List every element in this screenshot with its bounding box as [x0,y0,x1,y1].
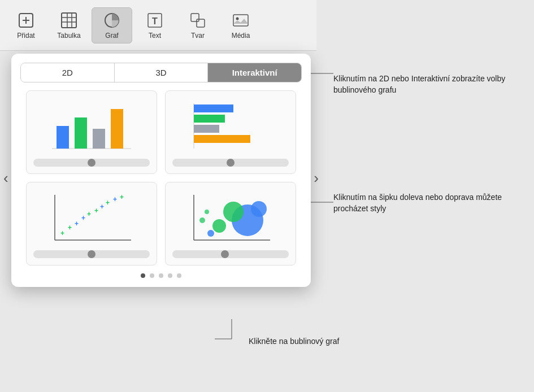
scatter-chart: + + + + + + + + + + [46,189,137,246]
svg-text:+: + [113,195,117,203]
svg-point-45 [205,210,209,214]
tab-2d[interactable]: 2D [21,63,115,82]
svg-point-42 [251,201,267,217]
bubble-chart [185,189,276,246]
svg-text:+: + [120,193,124,201]
svg-point-14 [236,17,239,20]
chart-slider-knob-2 [227,159,235,167]
chart-type-tabs: 2D 3D Interaktivní [20,63,302,82]
chart-slider-knob [88,159,95,167]
chart-picker-popup: 2D 3D Interaktivní ‹ › [11,54,311,287]
chart-slider-bubble[interactable] [172,250,289,258]
annotation-right: › Kliknutím na šipku doleva nebo doprava… [333,192,534,214]
tab-interaktivni[interactable]: Interaktivní [208,63,301,82]
toolbar-label-media: Média [232,32,250,40]
svg-text:+: + [87,210,91,218]
toolbar: Přidat Tabulka Graf T Text [0,0,316,51]
page-dot-5[interactable] [177,273,181,278]
svg-rect-17 [75,117,87,149]
chart-item-bar-vertical[interactable] [26,90,157,174]
bar-horizontal-chart [185,98,276,154]
toolbar-label-tabulka: Tabulka [57,32,80,40]
chart-slider-bar-vertical[interactable] [33,159,150,167]
svg-point-40 [223,202,244,222]
media-icon [232,11,250,29]
svg-rect-16 [57,126,69,149]
chart-slider-scatter[interactable] [33,250,150,258]
chart-icon [103,11,121,29]
toolbar-btn-tvar[interactable]: Tvar [177,8,218,43]
annotation-top-text: Kliknutím na 2D nebo Interaktivní zobraz… [333,74,505,94]
plus-square-icon [17,11,35,29]
chart-item-bar-horizontal[interactable] [165,90,296,174]
svg-rect-19 [111,109,123,149]
nav-right-arrow[interactable]: › [314,169,319,187]
svg-text:T: T [152,16,158,26]
svg-text:+: + [81,214,85,222]
page-dot-3[interactable] [159,273,163,278]
svg-rect-13 [233,15,248,26]
toolbar-label-text: Text [149,32,161,40]
chart-slider-knob-4 [221,250,229,258]
svg-rect-23 [194,125,219,133]
chart-item-scatter[interactable]: + + + + + + + + + + [26,182,157,265]
page-dots [20,273,302,278]
annotation-top: Kliknutím na 2D nebo Interaktivní zobraz… [333,73,534,95]
page-dot-2[interactable] [150,273,154,278]
svg-text:+: + [60,229,64,237]
svg-rect-21 [194,104,233,112]
annotation-bottom-line [215,319,271,342]
toolbar-btn-text[interactable]: T Text [134,8,175,43]
svg-rect-3 [62,13,76,28]
annotation-right-text: Kliknutím na šipku doleva nebo doprava m… [333,193,502,213]
page-dot-4[interactable] [168,273,172,278]
text-icon: T [146,11,164,29]
svg-rect-22 [194,115,225,123]
svg-text:+: + [68,224,72,232]
table-icon [60,11,78,29]
svg-rect-12 [197,19,205,27]
bar-vertical-chart [46,98,137,154]
svg-rect-24 [194,135,250,143]
charts-grid: ‹ › [20,90,302,265]
svg-text:+: + [75,220,79,228]
tab-3d[interactable]: 3D [115,63,209,82]
toolbar-label-pridat: Přidat [17,32,34,40]
svg-rect-11 [191,14,199,21]
chart-item-bubble[interactable] [165,182,296,265]
svg-text:+: + [106,199,110,207]
svg-rect-18 [93,129,105,149]
svg-point-41 [212,219,226,233]
page-dot-1[interactable] [141,273,145,278]
svg-point-44 [199,217,205,223]
toolbar-btn-media[interactable]: Média [220,8,261,43]
chart-slider-bar-horizontal[interactable] [172,159,289,167]
toolbar-btn-tabulka[interactable]: Tabulka [49,8,89,43]
toolbar-label-graf: Graf [105,32,118,40]
svg-text:+: + [100,203,104,211]
svg-text:+: + [94,207,98,215]
toolbar-label-tvar: Tvar [191,32,205,40]
toolbar-btn-graf[interactable]: Graf [92,7,132,43]
shape-icon [189,11,207,29]
chart-slider-knob-3 [88,250,95,258]
annotation-bottom: Klikněte na bublinový graf [249,336,339,347]
svg-point-43 [207,230,214,237]
toolbar-btn-pridat[interactable]: Přidat [6,8,46,43]
nav-left-arrow[interactable]: ‹ [3,169,8,187]
